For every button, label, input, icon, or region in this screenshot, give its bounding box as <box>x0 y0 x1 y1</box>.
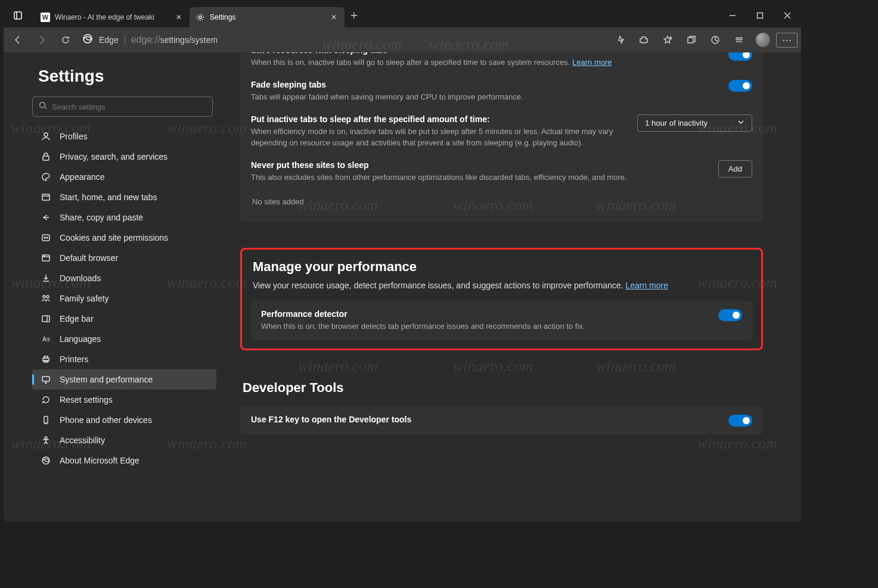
palette-icon <box>41 172 51 182</box>
tab-favicon: W <box>41 13 50 22</box>
developer-tools-section: Developer Tools Use F12 key to open the … <box>240 380 763 435</box>
minimize-button[interactable] <box>719 4 746 27</box>
accessibility-icon <box>41 435 51 446</box>
site-identity: Edge <box>99 35 119 45</box>
nav-appearance[interactable]: Appearance <box>32 167 216 187</box>
nav-share[interactable]: Share, copy and paste <box>32 207 216 228</box>
favorites-icon[interactable] <box>657 30 678 50</box>
tab-actions-button[interactable] <box>4 4 32 27</box>
setting-title: Save resources with sleeping tabs <box>251 52 716 55</box>
refresh-button[interactable] <box>55 30 76 50</box>
svg-point-27 <box>44 256 45 256</box>
maximize-button[interactable] <box>746 4 774 27</box>
tab-winaero[interactable]: W Winaero - At the edge of tweaki ✕ <box>35 7 190 27</box>
reset-icon <box>41 394 51 405</box>
extensions-icon[interactable] <box>633 30 654 50</box>
nav-languages[interactable]: A字Languages <box>32 329 216 349</box>
nav-downloads[interactable]: Downloads <box>32 268 216 288</box>
toggle-sleeping-tabs[interactable] <box>728 52 752 61</box>
browser-essentials-icon[interactable] <box>728 30 750 50</box>
section-subtitle: View your resource usage, detect perform… <box>250 281 753 290</box>
nav-phone[interactable]: Phone and other devices <box>32 410 216 430</box>
learn-more-link[interactable]: Learn more <box>625 281 668 290</box>
sleeping-tabs-card: Save resources with sleeping tabs When t… <box>240 52 763 222</box>
nav-label: Cookies and site permissions <box>60 233 168 242</box>
toggle-fade-tabs[interactable] <box>728 80 752 92</box>
inactivity-select[interactable]: 1 hour of inactivity <box>637 114 752 132</box>
nav-label: Appearance <box>60 172 105 182</box>
toggle-performance-detector[interactable] <box>718 309 742 321</box>
nav-family[interactable]: Family safety <box>32 288 216 309</box>
nav-printers[interactable]: Printers <box>32 349 216 369</box>
page-title: Settings <box>32 67 216 86</box>
nav-about[interactable]: About Microsoft Edge <box>32 450 216 471</box>
forward-button[interactable] <box>31 30 52 50</box>
svg-point-15 <box>740 38 742 40</box>
add-button[interactable]: Add <box>718 160 752 178</box>
nav-list: Profiles Privacy, search, and services A… <box>32 126 216 471</box>
close-icon[interactable]: ✕ <box>174 13 184 22</box>
new-tab-button[interactable] <box>345 6 364 25</box>
nav-cookies[interactable]: Cookies and site permissions <box>32 228 216 248</box>
search-icon <box>39 101 47 112</box>
svg-point-23 <box>44 237 45 238</box>
svg-rect-12 <box>688 38 693 43</box>
setting-title: Put inactive tabs to sleep after the spe… <box>251 114 625 124</box>
nav-profiles[interactable]: Profiles <box>32 126 216 147</box>
browser-icon <box>41 253 51 263</box>
no-sites-text: No sites added <box>240 192 763 211</box>
svg-point-29 <box>46 295 49 298</box>
settings-main: Save resources with sleeping tabs When t… <box>221 52 801 522</box>
cookie-icon <box>41 232 51 243</box>
svg-point-42 <box>45 437 47 439</box>
content-area: Settings Profiles Privacy, search, and s… <box>4 52 801 522</box>
nav-system[interactable]: System and performance <box>32 369 216 390</box>
nav-label: Start, home, and new tabs <box>60 192 157 202</box>
nav-reset[interactable]: Reset settings <box>32 390 216 410</box>
nav-label: Default browser <box>60 253 118 263</box>
nav-start[interactable]: Start, home, and new tabs <box>32 187 216 207</box>
nav-label: Profiles <box>60 132 88 141</box>
close-button[interactable] <box>774 4 801 27</box>
svg-point-18 <box>44 133 48 136</box>
nav-edgebar[interactable]: Edge bar <box>32 309 216 329</box>
nav-label: Phone and other devices <box>60 415 152 425</box>
nav-accessibility[interactable]: Accessibility <box>32 430 216 450</box>
performance-icon[interactable] <box>705 30 726 50</box>
address-bar[interactable]: Edge edge://settings/system <box>82 33 607 46</box>
svg-point-16 <box>40 102 45 108</box>
nav-default-browser[interactable]: Default browser <box>32 248 216 268</box>
nav-label: System and performance <box>60 375 153 384</box>
profile-avatar[interactable] <box>752 30 774 50</box>
svg-point-24 <box>46 237 48 238</box>
nav-label: About Microsoft Edge <box>60 456 139 465</box>
close-icon[interactable]: ✕ <box>329 13 339 22</box>
gear-icon <box>196 13 205 22</box>
learn-more-link[interactable]: Learn more <box>572 58 612 67</box>
performance-section-highlight: Manage your performance View your resour… <box>240 248 763 350</box>
svg-rect-30 <box>42 316 49 322</box>
search-input[interactable] <box>52 102 206 111</box>
toggle-f12[interactable] <box>728 415 752 427</box>
phone-icon <box>41 415 51 425</box>
setting-title: Fade sleeping tabs <box>251 80 716 89</box>
window-icon <box>41 192 51 203</box>
nav-label: Share, copy and paste <box>60 213 143 222</box>
svg-point-14 <box>736 38 739 40</box>
select-value: 1 hour of inactivity <box>645 119 708 127</box>
section-heading: Developer Tools <box>240 380 763 396</box>
nav-privacy[interactable]: Privacy, search, and services <box>32 147 216 167</box>
download-icon <box>41 273 51 284</box>
svg-rect-19 <box>43 156 49 160</box>
browser-window: W Winaero - At the edge of tweaki ✕ Sett… <box>4 4 801 522</box>
search-input-wrapper[interactable] <box>32 97 213 117</box>
tab-settings[interactable]: Settings ✕ <box>190 7 345 27</box>
svg-point-9 <box>83 35 92 43</box>
collections-icon[interactable] <box>681 30 702 50</box>
setting-desc: When efficiency mode is on, inactive tab… <box>251 126 621 148</box>
system-icon <box>41 374 51 385</box>
read-aloud-icon[interactable] <box>609 30 631 50</box>
more-button[interactable]: ⋯ <box>776 33 798 48</box>
svg-rect-6 <box>758 13 763 18</box>
back-button[interactable] <box>7 30 29 50</box>
